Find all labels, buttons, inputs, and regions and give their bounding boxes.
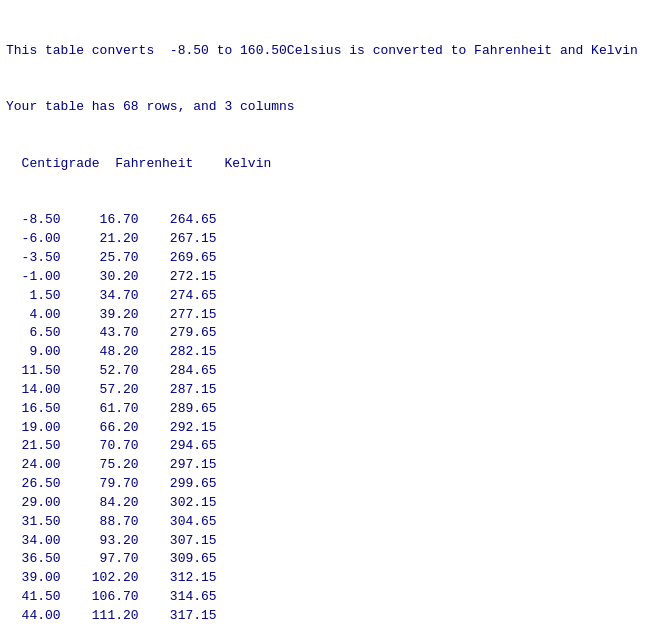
table-row: 6.50 43.70 279.65 <box>6 324 654 343</box>
table-row: 14.00 57.20 287.15 <box>6 381 654 400</box>
table-row: 9.00 48.20 282.15 <box>6 343 654 362</box>
table-header: Centigrade Fahrenheit Kelvin <box>6 155 654 174</box>
info-line-2: Your table has 68 rows, and 3 columns <box>6 98 654 117</box>
table-row: 21.50 70.70 294.65 <box>6 437 654 456</box>
table-row: 16.50 61.70 289.65 <box>6 400 654 419</box>
table-row: 24.00 75.20 297.15 <box>6 456 654 475</box>
table-row: 1.50 34.70 274.65 <box>6 287 654 306</box>
table-row: 34.00 93.20 307.15 <box>6 532 654 551</box>
table-row: 39.00 102.20 312.15 <box>6 569 654 588</box>
table-row: 36.50 97.70 309.65 <box>6 550 654 569</box>
table-row: -3.50 25.70 269.65 <box>6 249 654 268</box>
table-row: 29.00 84.20 302.15 <box>6 494 654 513</box>
main-container: This table converts -8.50 to 160.50Celsi… <box>0 0 660 627</box>
table-row: 41.50 106.70 314.65 <box>6 588 654 607</box>
table-row: 4.00 39.20 277.15 <box>6 306 654 325</box>
table-row: -8.50 16.70 264.65 <box>6 211 654 230</box>
table-row: 44.00 111.20 317.15 <box>6 607 654 626</box>
table-row: -1.00 30.20 272.15 <box>6 268 654 287</box>
table-row: 19.00 66.20 292.15 <box>6 419 654 438</box>
table-row: 11.50 52.70 284.65 <box>6 362 654 381</box>
table-body: -8.50 16.70 264.65 -6.00 21.20 267.15 -3… <box>6 211 654 627</box>
table-row: -6.00 21.20 267.15 <box>6 230 654 249</box>
info-line-1: This table converts -8.50 to 160.50Celsi… <box>6 42 654 61</box>
table-row: 31.50 88.70 304.65 <box>6 513 654 532</box>
table-row: 26.50 79.70 299.65 <box>6 475 654 494</box>
